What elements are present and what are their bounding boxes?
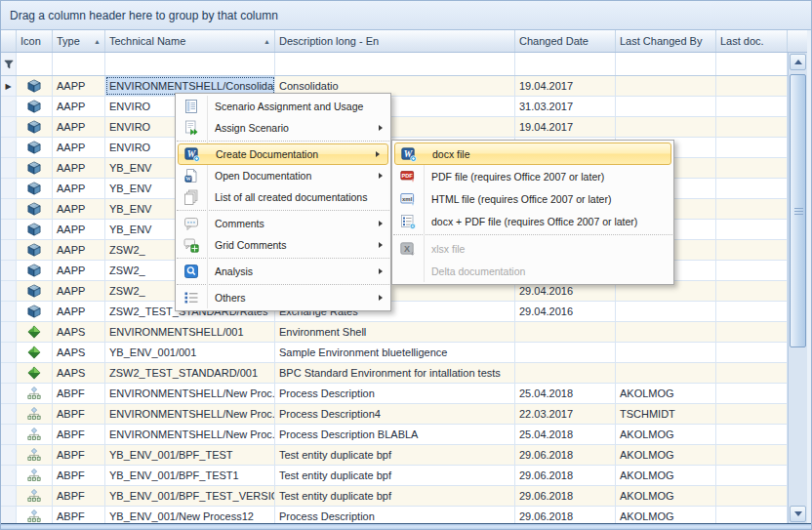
horizontal-scrollbar[interactable] (1, 523, 812, 530)
cell-type[interactable]: AAPP (53, 117, 105, 137)
table-row[interactable]: AAPPENVIRO31.03.2017 (1, 97, 788, 117)
cell-technical-name[interactable]: ZSW2_TEST_STANDARD/001 (105, 363, 275, 383)
cell-type[interactable]: ABPF (53, 507, 105, 523)
cell-last-doc[interactable] (716, 76, 788, 96)
table-row[interactable]: ABPFENVIRONMENTSHELL/New Proc...Process … (1, 384, 788, 404)
cell-icon[interactable] (17, 322, 53, 342)
menu-item-scenario-assignment-and-usage[interactable]: Scenario Assignment and Usage (176, 96, 390, 117)
cell-last-doc[interactable] (716, 302, 788, 321)
cell-last-changed-by[interactable]: AKOLMOG (616, 507, 716, 523)
cell-type[interactable]: AAPP (53, 179, 105, 198)
cell-icon[interactable] (17, 240, 53, 260)
cell-last-changed-by[interactable]: AKOLMOG (616, 384, 716, 403)
cell-technical-name[interactable]: YB_ENV_001/BPF_TEST (105, 445, 275, 465)
cell-technical-name[interactable]: ENVIRONMENTSHELL/New Proc... (105, 425, 275, 444)
table-row[interactable]: ABPFYB_ENV_001/BPF_TEST_VERSIONTest enti… (1, 486, 788, 507)
cell-type[interactable]: AAPS (53, 322, 105, 342)
cell-changed-date[interactable]: 29.06.2018 (515, 466, 616, 485)
cell-icon[interactable] (17, 466, 53, 485)
menu-item-comments[interactable]: Comments (176, 213, 390, 234)
cell-description[interactable]: Environment Shell (275, 322, 515, 342)
cell-icon[interactable] (17, 384, 53, 403)
table-row[interactable]: AAPSZSW2_TEST_STANDARD/001BPC Standard E… (1, 363, 788, 384)
table-row[interactable]: ABPFENVIRONMENTSHELL/New Proc...Process … (1, 425, 788, 445)
cell-last-changed-by[interactable] (616, 363, 716, 383)
cell-type[interactable]: AAPP (53, 138, 105, 157)
filter-cell-type[interactable] (53, 53, 105, 75)
filter-cell-icon[interactable] (17, 53, 53, 75)
cell-changed-date[interactable] (515, 363, 616, 383)
cell-last-doc[interactable] (716, 97, 788, 116)
cell-last-doc[interactable] (716, 425, 788, 444)
cell-icon[interactable] (17, 445, 53, 465)
table-row[interactable]: ▶AAPPENVIRONMENTSHELL/ConsolidaConsolida… (1, 76, 788, 97)
cell-icon[interactable] (17, 343, 53, 362)
filter-cell-changed_date[interactable] (515, 53, 616, 75)
cell-last-changed-by[interactable] (616, 343, 716, 362)
cell-icon[interactable] (17, 261, 53, 280)
cell-description[interactable]: Sample Environment bluetelligence (275, 343, 515, 362)
vertical-scrollbar-thumb[interactable] (790, 74, 806, 347)
column-header-changed_date[interactable]: Changed Date (515, 30, 616, 52)
cell-last-changed-by[interactable]: AKOLMOG (616, 445, 716, 465)
cell-changed-date[interactable] (515, 343, 616, 362)
cell-type[interactable]: ABPF (53, 425, 105, 444)
cell-icon[interactable] (17, 76, 53, 96)
menu-item-analysis[interactable]: Analysis (176, 261, 390, 282)
cell-last-doc[interactable] (716, 486, 788, 506)
filter-cell-technical_name[interactable] (105, 53, 275, 75)
cell-last-changed-by[interactable]: AKOLMOG (616, 466, 716, 485)
cell-icon[interactable] (17, 199, 53, 219)
cell-last-doc[interactable] (716, 507, 788, 523)
cell-changed-date[interactable]: 29.06.2018 (515, 507, 616, 523)
cell-type[interactable]: AAPP (53, 281, 105, 301)
cell-icon[interactable] (17, 486, 53, 506)
column-header-last_doc[interactable]: Last doc. (716, 30, 788, 52)
group-by-bar[interactable]: Drag a column header here to group by th… (1, 1, 812, 30)
menu-item-list-of-all-created-documentations[interactable]: List of all created documentations (176, 186, 390, 208)
table-row[interactable]: AAPPENVIRO19.04.2017 (1, 117, 788, 138)
filter-cell-last_doc[interactable] (716, 53, 788, 75)
cell-last-doc[interactable] (716, 466, 788, 485)
table-row[interactable]: ABPFYB_ENV_001/BPF_TEST1Test entity dupl… (1, 466, 788, 486)
cell-description[interactable]: Process Description4 (275, 404, 515, 424)
cell-description[interactable]: BPC Standard Environment for intallation… (275, 363, 515, 383)
cell-last-doc[interactable] (716, 343, 788, 362)
cell-last-doc[interactable] (716, 240, 788, 260)
cell-icon[interactable] (17, 158, 53, 178)
cell-description[interactable]: Process Description (275, 507, 515, 523)
cell-changed-date[interactable]: 31.03.2017 (515, 97, 616, 116)
cell-icon[interactable] (17, 97, 53, 116)
vertical-scrollbar[interactable] (788, 53, 807, 523)
cell-last-changed-by[interactable]: AKOLMOG (616, 486, 716, 506)
cell-type[interactable]: AAPP (53, 220, 105, 239)
cell-type[interactable]: AAPS (53, 343, 105, 362)
cell-type[interactable]: AAPP (53, 158, 105, 178)
table-row[interactable]: ABPFYB_ENV_001/BPF_TESTTest entity dupli… (1, 445, 788, 466)
cell-type[interactable]: ABPF (53, 445, 105, 465)
cell-last-doc[interactable] (716, 138, 788, 157)
cell-last-doc[interactable] (716, 261, 788, 280)
cell-type[interactable]: AAPP (53, 302, 105, 321)
cell-changed-date[interactable] (515, 322, 616, 342)
cell-last-changed-by[interactable] (616, 117, 716, 137)
menu-item-pdf-file-requires-office-2007-or-later[interactable]: PDF file (requires Office 2007 or later) (392, 165, 673, 187)
cell-description[interactable]: Process Description BLABLA (275, 425, 515, 444)
menu-item-html-file-requires-office-2007-or-later[interactable]: HTML file (requires Office 2007 or later… (392, 187, 673, 210)
cell-description[interactable]: Process Description (275, 384, 515, 403)
cell-last-doc[interactable] (716, 384, 788, 403)
table-row[interactable]: AAPSYB_ENV_001/001Sample Environment blu… (1, 343, 788, 363)
cell-changed-date[interactable]: 22.03.2017 (515, 404, 616, 424)
column-header-last_changed_by[interactable]: Last Changed By (616, 30, 716, 52)
cell-icon[interactable] (17, 404, 53, 424)
cell-type[interactable]: AAPP (53, 76, 105, 96)
cell-last-doc[interactable] (716, 117, 788, 137)
cell-changed-date[interactable]: 29.06.2018 (515, 486, 616, 506)
scroll-down-button[interactable] (790, 506, 806, 522)
cell-last-doc[interactable] (716, 363, 788, 383)
cell-icon[interactable] (17, 363, 53, 383)
cell-technical-name[interactable]: ENVIRONMENTSHELL/001 (105, 322, 275, 342)
cell-icon[interactable] (17, 138, 53, 157)
cell-changed-date[interactable]: 29.04.2016 (515, 302, 616, 321)
cell-changed-date[interactable]: 25.04.2018 (515, 425, 616, 444)
